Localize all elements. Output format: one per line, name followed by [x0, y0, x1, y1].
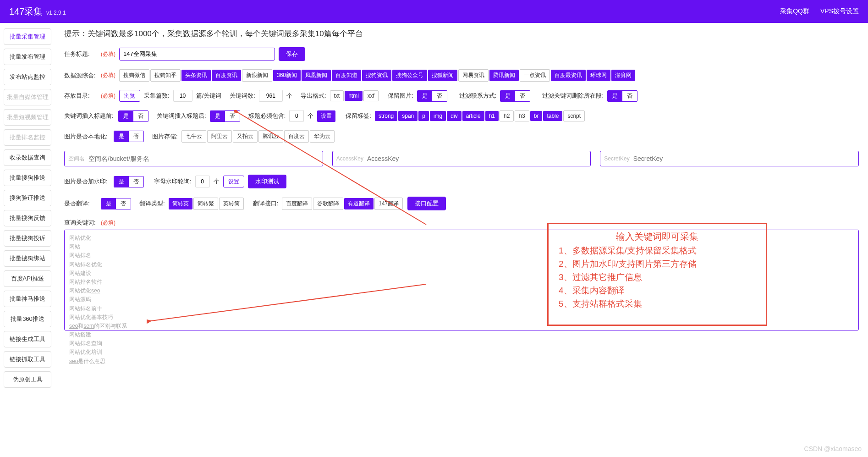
sidebar-item-9[interactable]: 批量搜狗反馈	[4, 210, 51, 226]
tag-chip-7[interactable]: h2	[500, 110, 514, 121]
sidebar-item-2[interactable]: 发布站点监控	[4, 69, 51, 85]
tag-chip-9[interactable]: br	[530, 111, 543, 121]
bucket-input[interactable]	[88, 155, 319, 162]
sidebar-item-10[interactable]: 批量搜狗投诉	[4, 230, 51, 247]
sidebar-item-8[interactable]: 搜狗验证推送	[4, 190, 51, 206]
source-chip-1[interactable]: 搜狗知乎	[150, 69, 181, 82]
kw-after-toggle[interactable]: 是否	[210, 110, 240, 122]
ttype-chip-1[interactable]: 简转繁	[193, 198, 218, 210]
cloud-chip-1[interactable]: 阿里云	[207, 130, 232, 143]
task-title-input[interactable]	[119, 48, 275, 61]
sidebar-item-6[interactable]: 收录数据查询	[4, 149, 51, 166]
tag-chip-0[interactable]: strong	[375, 111, 397, 121]
filter-kw-yes[interactable]: 是	[608, 91, 622, 101]
wm-test-button[interactable]: 水印测试	[248, 175, 286, 188]
ttype-chip-0[interactable]: 简转英	[169, 198, 192, 209]
source-chip-10[interactable]: 搜狐新闻	[428, 70, 457, 81]
sidebar-item-16[interactable]: 链接抓取工具	[4, 351, 51, 368]
keywords-textarea[interactable]: 网站优化网站网站排名网站排名优化网站建设网站排名软件网站优化seo网站源码网站排…	[64, 230, 859, 330]
accesskey-input[interactable]	[367, 155, 587, 162]
tag-chip-11[interactable]: script	[563, 110, 585, 121]
source-chip-13[interactable]: 一点资讯	[520, 69, 550, 82]
source-chip-4[interactable]: 新浪新闻	[242, 69, 272, 82]
tag-chip-3[interactable]: img	[430, 111, 446, 121]
tapi-chip-0[interactable]: 百度翻译	[282, 198, 312, 210]
source-chip-5[interactable]: 360新闻	[273, 70, 301, 81]
kw-after-yes[interactable]: 是	[210, 111, 225, 121]
source-chip-16[interactable]: 澎湃网	[611, 70, 635, 81]
img-local-no[interactable]: 否	[129, 131, 143, 142]
link-vps-dial[interactable]: VPS拨号设置	[820, 7, 859, 16]
export-chip-1[interactable]: html	[345, 91, 363, 101]
link-qq-group[interactable]: 采集QQ群	[780, 7, 809, 16]
wm-text-n[interactable]	[195, 176, 210, 187]
sidebar-item-11[interactable]: 批量搜狗绑站	[4, 250, 51, 267]
translate-yes[interactable]: 是	[101, 198, 116, 209]
tag-chip-10[interactable]: table	[543, 111, 562, 121]
sidebar-item-15[interactable]: 链接生成工具	[4, 331, 51, 347]
ttype-chip-2[interactable]: 英转简	[219, 198, 244, 210]
count-input[interactable]	[173, 90, 192, 102]
translate-no[interactable]: 否	[116, 198, 131, 209]
source-chip-15[interactable]: 环球网	[587, 70, 610, 81]
watermark-yes[interactable]: 是	[114, 176, 129, 187]
browse-button[interactable]: 浏览	[119, 90, 140, 102]
sidebar-item-17[interactable]: 伪原创工具	[4, 371, 51, 388]
export-chip-0[interactable]: txt	[330, 90, 344, 101]
cloud-chip-4[interactable]: 百度云	[284, 130, 309, 143]
source-chip-6[interactable]: 凤凰新闻	[302, 70, 331, 81]
source-chip-11[interactable]: 网易资讯	[458, 69, 489, 82]
kw-before-no[interactable]: 否	[133, 111, 148, 121]
tag-chip-4[interactable]: div	[447, 111, 461, 121]
tag-chip-2[interactable]: p	[418, 111, 429, 121]
sidebar-item-12[interactable]: 百度API推送	[4, 270, 51, 287]
kw-count-input[interactable]	[259, 90, 283, 102]
keep-img-toggle[interactable]: 是否	[417, 90, 447, 102]
sidebar-item-14[interactable]: 批量360推送	[4, 311, 51, 327]
tapi-chip-1[interactable]: 谷歌翻译	[313, 198, 343, 210]
tapi-chip-2[interactable]: 有道翻译	[344, 198, 374, 209]
img-local-toggle[interactable]: 是否	[114, 131, 144, 142]
export-chip-2[interactable]: xxf	[363, 90, 379, 101]
secretkey-input[interactable]	[633, 155, 855, 162]
source-chip-2[interactable]: 头条资讯	[181, 70, 211, 81]
api-config-button[interactable]: 接口配置	[407, 197, 446, 210]
source-chip-0[interactable]: 搜狗微信	[119, 69, 149, 82]
filter-kw-no[interactable]: 否	[622, 91, 637, 101]
img-local-yes[interactable]: 是	[114, 131, 129, 142]
keep-img-no[interactable]: 否	[432, 91, 447, 101]
source-chip-14[interactable]: 百度最资讯	[551, 70, 586, 81]
tag-chip-6[interactable]: h1	[485, 111, 499, 121]
filter-contact-toggle[interactable]: 是否	[500, 90, 530, 102]
source-chip-8[interactable]: 搜狗资讯	[362, 70, 391, 81]
kw-before-toggle[interactable]: 是否	[118, 110, 148, 122]
source-chip-9[interactable]: 搜狗公众号	[392, 70, 427, 81]
tag-chip-1[interactable]: span	[398, 111, 418, 121]
save-button[interactable]: 保存	[279, 47, 305, 61]
watermark-no[interactable]: 否	[129, 176, 143, 187]
cloud-chip-5[interactable]: 华为云	[310, 130, 335, 143]
tag-chip-5[interactable]: article	[462, 111, 484, 121]
cloud-chip-2[interactable]: 又拍云	[233, 130, 258, 143]
source-chip-12[interactable]: 腾讯新闻	[489, 70, 519, 81]
watermark-toggle[interactable]: 是否	[114, 176, 144, 187]
source-chip-3[interactable]: 百度资讯	[212, 70, 241, 81]
sidebar-item-0[interactable]: 批量采集管理	[4, 28, 51, 45]
filter-contact-yes[interactable]: 是	[500, 91, 515, 101]
keep-img-yes[interactable]: 是	[418, 91, 432, 101]
cloud-chip-3[interactable]: 腾讯云	[258, 130, 283, 143]
kw-before-yes[interactable]: 是	[119, 111, 133, 121]
kw-after-no[interactable]: 否	[225, 111, 240, 121]
must-include-n[interactable]	[289, 110, 304, 122]
cloud-chip-0[interactable]: 七牛云	[181, 130, 206, 143]
tag-chip-8[interactable]: h3	[515, 110, 529, 121]
filter-contact-no[interactable]: 否	[515, 91, 530, 101]
source-chip-7[interactable]: 百度知道	[332, 70, 361, 81]
translate-toggle[interactable]: 是否	[101, 198, 131, 209]
sidebar-item-7[interactable]: 批量搜狗推送	[4, 170, 51, 186]
tapi-chip-3[interactable]: 147翻译	[374, 198, 403, 210]
wm-set-button[interactable]: 设置	[223, 176, 244, 187]
must-set-button[interactable]: 设置	[317, 110, 335, 122]
sidebar-item-1[interactable]: 批量发布管理	[4, 49, 51, 65]
filter-kw-toggle[interactable]: 是否	[607, 90, 637, 102]
